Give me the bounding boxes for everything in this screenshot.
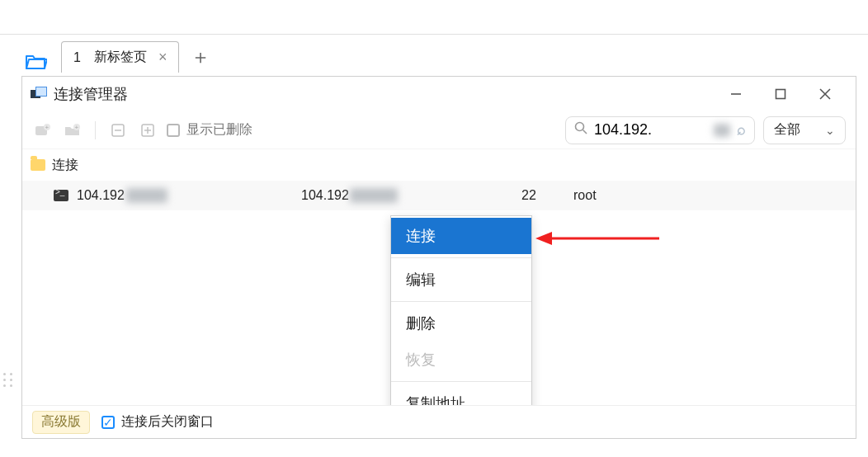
ctx-delete[interactable]: 删除 <box>391 305 531 342</box>
close-tab-icon[interactable]: × <box>155 49 171 66</box>
dialog-titlebar: 连接管理器 <box>22 77 856 111</box>
ctx-connect-label: 连接 <box>406 226 436 246</box>
context-menu: 连接 编辑 删除 恢复 复制地址 路由追踪 <box>390 215 532 405</box>
advanced-badge-label: 高级版 <box>41 413 81 431</box>
svg-line-15 <box>583 130 587 134</box>
connection-name-cell: 104.192 <box>54 188 301 203</box>
expand-all-icon[interactable] <box>137 120 158 141</box>
svg-text:+: + <box>45 124 50 131</box>
connection-host-cell: 104.192 <box>301 188 484 204</box>
svg-text:+: + <box>75 124 79 131</box>
new-folder-icon[interactable]: + <box>62 120 83 141</box>
advanced-badge[interactable]: 高级版 <box>32 411 90 434</box>
ctx-separator <box>391 257 531 258</box>
redacted-text <box>714 124 730 137</box>
connection-user-cell: root <box>573 188 705 203</box>
outer-tab-strip: 1 新标签页 × ＋ <box>0 35 868 73</box>
show-deleted-checkbox[interactable]: 显示已删除 <box>167 121 252 139</box>
tab-label: 新标签页 <box>94 49 147 66</box>
new-connection-icon[interactable]: + <box>32 120 54 141</box>
dialog-toolbar: + + 显示已删除 ⌕ 全部 ⌄ <box>22 111 856 149</box>
maximize-button[interactable] <box>758 77 803 111</box>
ctx-edit-label: 编辑 <box>406 270 436 290</box>
chevron-down-icon: ⌄ <box>825 124 835 137</box>
ctx-restore-label: 恢复 <box>406 350 436 370</box>
checkbox-checked-icon: ✓ <box>101 416 115 429</box>
minimize-button[interactable] <box>714 77 758 111</box>
connection-name-prefix: 104.192 <box>77 188 125 203</box>
tree-root-label: 连接 <box>52 157 78 174</box>
connection-port-cell: 22 <box>484 188 573 203</box>
connection-list-body: 连接 104.192 104.192 22 root 连接 编辑 删除 恢复 复… <box>22 149 856 405</box>
dialog-statusbar: 高级版 ✓ 连接后关闭窗口 <box>22 405 856 438</box>
ctx-copy-addr[interactable]: 复制地址 <box>391 385 531 405</box>
drag-handle-icon[interactable] <box>3 373 13 387</box>
terminal-icon <box>54 190 68 201</box>
ctx-copy-addr-label: 复制地址 <box>406 393 465 405</box>
collapse-all-icon[interactable] <box>107 120 129 141</box>
close-after-connect-checkbox[interactable]: ✓ 连接后关闭窗口 <box>101 413 214 431</box>
app-top-strip <box>0 0 868 35</box>
search-input[interactable] <box>592 120 714 139</box>
ctx-separator <box>391 381 531 382</box>
folder-icon <box>31 159 45 171</box>
redacted-text <box>126 188 167 203</box>
add-tab-button[interactable]: ＋ <box>186 41 215 73</box>
app-icon <box>31 87 45 101</box>
open-folder-icon[interactable] <box>23 49 50 73</box>
ctx-connect[interactable]: 连接 <box>391 218 531 254</box>
search-clear-icon[interactable]: ⌕ <box>737 121 746 139</box>
ctx-separator <box>391 301 531 302</box>
ctx-restore: 恢复 <box>391 342 531 378</box>
redacted-text <box>350 188 398 203</box>
connection-host-prefix: 104.192 <box>301 188 349 202</box>
outer-tab[interactable]: 1 新标签页 × <box>61 41 179 73</box>
tree-root-row[interactable]: 连接 <box>22 149 856 181</box>
search-icon <box>574 121 587 139</box>
filter-dropdown[interactable]: 全部 ⌄ <box>763 116 846 144</box>
search-field[interactable]: ⌕ <box>565 116 755 144</box>
toolbar-separator <box>95 121 96 139</box>
ctx-edit[interactable]: 编辑 <box>391 261 531 298</box>
checkbox-box-icon <box>167 124 180 137</box>
svg-rect-1 <box>776 90 785 99</box>
svg-point-14 <box>576 123 584 131</box>
close-after-connect-label: 连接后关闭窗口 <box>121 413 214 431</box>
close-dialog-button[interactable] <box>803 77 847 111</box>
tab-number: 1 <box>73 50 81 65</box>
annotation-arrow-icon <box>535 228 659 248</box>
filter-label: 全部 <box>774 121 800 139</box>
svg-marker-17 <box>535 232 552 245</box>
show-deleted-label: 显示已删除 <box>186 121 252 139</box>
connection-manager-dialog: 连接管理器 + + 显示已删除 <box>21 76 856 439</box>
ctx-delete-label: 删除 <box>406 313 436 333</box>
dialog-title: 连接管理器 <box>54 84 128 104</box>
connection-row[interactable]: 104.192 104.192 22 root <box>22 181 856 210</box>
